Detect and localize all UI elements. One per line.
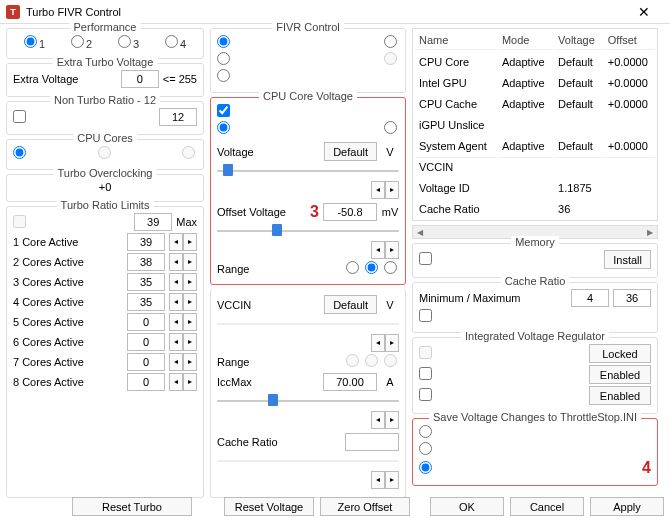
core-spin-2[interactable]: ◂▸ bbox=[169, 273, 197, 291]
iccmax-slider[interactable] bbox=[217, 393, 399, 409]
offset-value[interactable] bbox=[323, 203, 377, 221]
core-spin-3[interactable]: ◂▸ bbox=[169, 293, 197, 311]
core-spin-7[interactable]: ◂▸ bbox=[169, 373, 197, 391]
memory-group: Memory Install bbox=[412, 243, 658, 278]
iccmax-value[interactable] bbox=[323, 373, 377, 391]
summary-header: Voltage bbox=[554, 31, 602, 50]
close-icon[interactable]: ✕ bbox=[624, 4, 664, 20]
save-opt-0[interactable] bbox=[419, 425, 434, 440]
max-label: Max bbox=[176, 216, 197, 228]
save-opt-2[interactable] bbox=[419, 461, 434, 476]
turbo-limits-legend: Turbo Ratio Limits bbox=[57, 199, 154, 211]
core-val-7[interactable] bbox=[127, 373, 165, 391]
extra-turbo-group: Extra Turbo Voltage Extra Voltage <= 255 bbox=[6, 63, 204, 97]
vrfaults-button[interactable]: Enabled bbox=[589, 365, 651, 384]
core-val-2[interactable] bbox=[127, 273, 165, 291]
core-spin-0[interactable]: ◂▸ bbox=[169, 233, 197, 251]
footer: Reset Turbo Reset Voltage Zero Offset OK… bbox=[6, 497, 664, 516]
fivr-cpu-cache[interactable] bbox=[217, 52, 232, 67]
cancel-button[interactable]: Cancel bbox=[510, 497, 584, 516]
powercut-checkbox bbox=[419, 346, 434, 361]
core-val-6[interactable] bbox=[127, 353, 165, 371]
zero-offset-button[interactable]: Zero Offset bbox=[320, 497, 410, 516]
vccin-200 bbox=[365, 354, 380, 369]
reset-turbo-button[interactable]: Reset Turbo bbox=[72, 497, 192, 516]
summary-header: Name bbox=[415, 31, 496, 50]
fivr-intel-gpu[interactable] bbox=[384, 35, 399, 50]
memory-legend: Memory bbox=[511, 236, 559, 248]
cores-opt-1[interactable] bbox=[13, 146, 28, 161]
vreff-button[interactable]: Enabled bbox=[589, 386, 651, 405]
core-label: 6 Cores Active bbox=[13, 336, 123, 348]
cache-max-input[interactable] bbox=[613, 289, 651, 307]
offset-label: Offset Voltage bbox=[217, 206, 306, 218]
perf-opt-3[interactable]: 3 bbox=[118, 35, 139, 50]
core-voltage-legend: CPU Core Voltage bbox=[259, 90, 357, 102]
vreff-checkbox[interactable] bbox=[419, 388, 434, 403]
voltage-slider[interactable] bbox=[217, 163, 399, 179]
table-row: VCCIN bbox=[415, 157, 655, 176]
vccin-180 bbox=[346, 354, 361, 369]
core-spin-5[interactable]: ◂▸ bbox=[169, 333, 197, 351]
iccmax-spin[interactable]: ◂▸ bbox=[371, 411, 399, 429]
table-row: iGPU Unslice bbox=[415, 115, 655, 134]
voltage-default-button[interactable]: Default bbox=[324, 142, 377, 161]
perf-opt-4[interactable]: 4 bbox=[165, 35, 186, 50]
powercut-locked-button[interactable]: Locked bbox=[589, 344, 651, 363]
vrfaults-checkbox[interactable] bbox=[419, 367, 434, 382]
fivr-cpu-core[interactable] bbox=[217, 35, 232, 50]
offset-spin[interactable]: ◂▸ bbox=[371, 241, 399, 259]
overclock-value[interactable] bbox=[134, 213, 172, 231]
cache-min-input[interactable] bbox=[571, 289, 609, 307]
scroll-left-icon[interactable]: ◀ bbox=[413, 228, 427, 237]
unlock-voltage-checkbox[interactable] bbox=[217, 104, 232, 119]
fivr-system-agent[interactable] bbox=[217, 69, 232, 84]
core-val-0[interactable] bbox=[127, 233, 165, 251]
non-turbo-value[interactable] bbox=[159, 108, 197, 126]
iccmax-label: IccMax bbox=[217, 376, 319, 388]
range-125[interactable] bbox=[346, 261, 361, 276]
lock-checkbox[interactable] bbox=[13, 110, 28, 125]
scroll-right-icon[interactable]: ▶ bbox=[643, 228, 657, 237]
core-spin-6[interactable]: ◂▸ bbox=[169, 353, 197, 371]
mode-static[interactable] bbox=[384, 121, 399, 136]
install-button[interactable]: Install bbox=[604, 250, 651, 269]
core-val-1[interactable] bbox=[127, 253, 165, 271]
save-opt-1[interactable] bbox=[419, 442, 434, 457]
cpu-core-voltage-group: CPU Core Voltage Voltage Default V ◂▸ Of… bbox=[210, 97, 406, 285]
window-title: Turbo FIVR Control bbox=[26, 6, 121, 18]
extra-turbo-legend: Extra Turbo Voltage bbox=[53, 56, 158, 68]
offset-slider[interactable] bbox=[217, 223, 399, 239]
voltage-spin[interactable]: ◂▸ bbox=[371, 181, 399, 199]
core-val-5[interactable] bbox=[127, 333, 165, 351]
core-val-4[interactable] bbox=[127, 313, 165, 331]
cache-ratio-spin[interactable]: ◂▸ bbox=[371, 471, 399, 489]
ok-button[interactable]: OK bbox=[430, 497, 504, 516]
range-1000[interactable] bbox=[384, 261, 399, 276]
core-spin-1[interactable]: ◂▸ bbox=[169, 253, 197, 271]
vccin-spin[interactable]: ◂▸ bbox=[371, 334, 399, 352]
table-row: Intel GPUAdaptiveDefault+0.0000 bbox=[415, 73, 655, 92]
apply-button[interactable]: Apply bbox=[590, 497, 664, 516]
perf-opt-1[interactable]: 1 bbox=[24, 35, 45, 50]
voltage-unit: V bbox=[381, 146, 399, 158]
extra-voltage-input[interactable] bbox=[121, 70, 159, 88]
cache-ratio-legend: Cache Ratio bbox=[501, 275, 570, 287]
cache-ratio-solo-value[interactable] bbox=[345, 433, 399, 451]
mode-adaptive[interactable] bbox=[217, 121, 232, 136]
vccin-default-button[interactable]: Default bbox=[324, 295, 377, 314]
core-val-3[interactable] bbox=[127, 293, 165, 311]
perf-opt-2[interactable]: 2 bbox=[71, 35, 92, 50]
performance-legend: Performance bbox=[70, 21, 141, 33]
summary-table: NameModeVoltageOffset CPU CoreAdaptiveDe… bbox=[412, 28, 658, 221]
range-250[interactable] bbox=[365, 261, 380, 276]
vccin-range-label: Range bbox=[217, 356, 249, 368]
cache-sleep-checkbox[interactable] bbox=[419, 309, 434, 324]
turbo-oc-legend: Turbo Overclocking bbox=[54, 167, 157, 179]
reset-voltage-button[interactable]: Reset Voltage bbox=[224, 497, 314, 516]
summary-header: Mode bbox=[498, 31, 552, 50]
minmax-label: Minimum / Maximum bbox=[419, 292, 567, 304]
disable-power-limits-checkbox[interactable] bbox=[419, 252, 434, 267]
core-spin-4[interactable]: ◂▸ bbox=[169, 313, 197, 331]
core-label: 1 Core Active bbox=[13, 236, 123, 248]
